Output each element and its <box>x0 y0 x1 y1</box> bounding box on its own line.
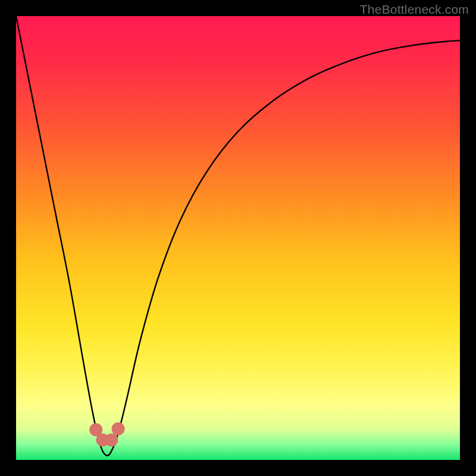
chart-frame: TheBottleneck.com <box>0 0 476 476</box>
bottleneck-curve <box>16 16 460 460</box>
curve-marker <box>105 433 118 446</box>
curve-marker <box>112 422 125 436</box>
plot-area <box>16 16 460 460</box>
watermark-label: TheBottleneck.com <box>360 2 469 17</box>
